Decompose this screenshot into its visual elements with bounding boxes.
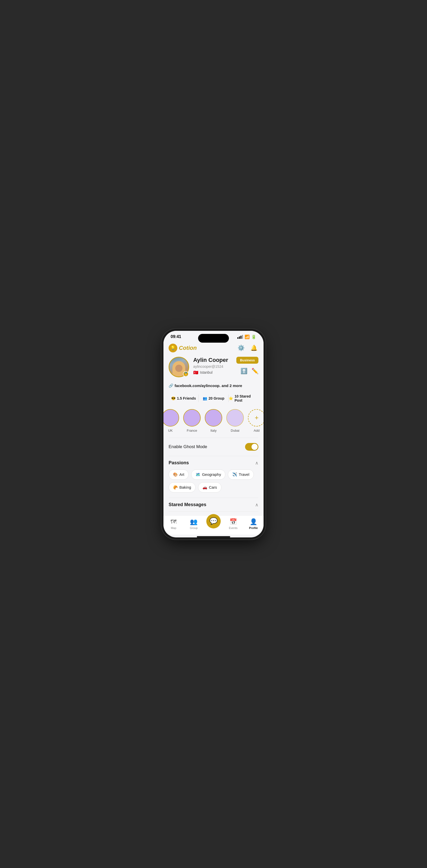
settings-icon: ⚙️ xyxy=(238,345,245,351)
profile-top: 🥇 Aylin Cooper aylincooper@1524 🇹🇷 Istan… xyxy=(169,357,258,377)
passions-header: Passions ∧ xyxy=(163,456,264,469)
stared-icon: ⭐ xyxy=(228,396,233,400)
profile-section: 🥇 Aylin Cooper aylincooper@1524 🇹🇷 Istan… xyxy=(163,354,264,383)
nav-events[interactable]: 📅 Events xyxy=(225,518,241,529)
stats-row: 😎 1.5 Friends 👥 20 Group ⭐ 10 Stared Pos… xyxy=(163,392,264,407)
friend-uk[interactable]: UK xyxy=(163,409,179,432)
friend-label-france: France xyxy=(187,429,197,432)
dynamic-island xyxy=(198,334,229,343)
bottom-nav: 🗺 Map 👥 Group 💬 📅 Events 👤 Profile xyxy=(163,515,264,535)
art-emoji: 🎨 xyxy=(173,472,178,477)
friend-circle-italy xyxy=(205,409,222,427)
baking-emoji: 🥐 xyxy=(173,485,178,490)
toggle-knob xyxy=(251,444,257,450)
friend-label-dubai: Dubai xyxy=(231,429,239,432)
home-indicator xyxy=(197,536,230,537)
logo-icon: 💡 xyxy=(169,344,177,352)
friends-section: UK France Italy Dubai + Add xyxy=(163,407,264,438)
nav-events-label: Events xyxy=(229,526,238,529)
profile-actions: ⬆️ ✏️ xyxy=(240,368,258,374)
add-friend-button[interactable]: + xyxy=(248,409,264,427)
badge-emoji: 🥇 xyxy=(184,372,188,376)
stared-value: 10 Stared Post xyxy=(235,394,258,402)
profile-location: 🇹🇷 Istanbul xyxy=(193,370,228,375)
friend-circle-dubai xyxy=(226,409,244,427)
profile-name: Aylin Cooper xyxy=(193,357,228,364)
header-actions: ⚙️ 🔔 xyxy=(236,343,258,353)
nav-chat-center[interactable]: 💬 xyxy=(206,514,221,528)
profile-handle: aylincooper@1524 xyxy=(193,365,228,369)
location-text: Istanbul xyxy=(200,370,212,374)
geography-label: Geography xyxy=(202,472,221,476)
passion-baking[interactable]: 🥐 Baking xyxy=(169,482,195,493)
logo-text: Cotion xyxy=(179,345,197,351)
profile-info: Aylin Cooper aylincooper@1524 🇹🇷 Istanbu… xyxy=(193,357,258,375)
stared-messages-header: Stared Messages ∧ xyxy=(163,498,264,511)
map-icon: 🗺 xyxy=(171,518,177,525)
avatar-wrapper: 🥇 xyxy=(169,357,189,377)
friends-icon: 😎 xyxy=(171,396,176,400)
nav-profile-label: Profile xyxy=(249,526,257,529)
stared-messages-title: Stared Messages xyxy=(169,502,206,507)
ghost-mode-label: Enable Ghost Mode xyxy=(169,444,207,450)
friend-italy[interactable]: Italy xyxy=(205,409,222,432)
nav-group[interactable]: 👥 Group xyxy=(186,518,202,529)
travel-emoji: ✈️ xyxy=(232,472,237,477)
nav-map[interactable]: 🗺 Map xyxy=(166,518,181,529)
wifi-icon: 📶 xyxy=(245,334,250,339)
logo-area: 💡 Cotion xyxy=(169,344,197,352)
battery-icon: 🔋 xyxy=(251,334,256,339)
stat-group[interactable]: 👥 20 Group xyxy=(199,396,228,400)
friend-dubai[interactable]: Dubai xyxy=(226,409,244,432)
stared-messages-section: Stared Messages ∧ Show Starred Messages … xyxy=(163,498,264,515)
settings-button[interactable]: ⚙️ xyxy=(236,343,246,353)
scroll-content: 💡 Cotion ⚙️ 🔔 🥇 xyxy=(163,341,264,515)
art-label: Art xyxy=(179,472,184,476)
avatar-badge: 🥇 xyxy=(183,371,189,377)
passions-title: Passions xyxy=(169,460,189,466)
travel-label: Travel xyxy=(239,472,249,476)
notification-button[interactable]: 🔔 xyxy=(249,343,258,353)
passions-container: 🎨 Art 🗺️ Geography ✈️ Travel 🥐 Baking 🚗 xyxy=(163,469,264,498)
notification-icon: 🔔 xyxy=(250,345,257,351)
stat-stared[interactable]: ⭐ 10 Stared Post xyxy=(228,394,258,402)
passions-chevron-icon[interactable]: ∧ xyxy=(255,460,258,466)
group-value: 20 Group xyxy=(209,396,224,400)
events-icon: 📅 xyxy=(230,518,237,525)
friend-add[interactable]: + Add xyxy=(248,409,264,432)
status-icons: 📶 🔋 xyxy=(237,334,256,339)
profile-nav-icon: 👤 xyxy=(250,518,257,525)
ghost-mode-toggle[interactable] xyxy=(245,443,258,451)
passion-geography[interactable]: 🗺️ Geography xyxy=(191,469,225,480)
signal-icon xyxy=(237,335,243,339)
friend-label-italy: Italy xyxy=(210,429,217,432)
passions-section: Passions ∧ 🎨 Art 🗺️ Geography ✈️ Travel … xyxy=(163,456,264,498)
friend-label-add: Add xyxy=(253,429,260,432)
stared-messages-chevron-icon[interactable]: ∧ xyxy=(255,502,258,508)
header-nav: 💡 Cotion ⚙️ 🔔 xyxy=(163,341,264,354)
friend-label-uk: UK xyxy=(168,429,173,432)
stat-friends[interactable]: 😎 1.5 Friends xyxy=(169,396,199,400)
phone-frame: 09:41 📶 🔋 💡 Cotion ⚙️ � xyxy=(163,331,264,537)
cars-label: Cars xyxy=(209,485,217,490)
baking-label: Baking xyxy=(179,485,191,490)
share-icon[interactable]: ⬆️ xyxy=(240,368,247,374)
status-time: 09:41 xyxy=(171,334,181,339)
friend-circle-uk xyxy=(163,409,179,427)
cars-emoji: 🚗 xyxy=(203,485,207,490)
passion-cars[interactable]: 🚗 Cars xyxy=(198,482,221,493)
passion-travel[interactable]: ✈️ Travel xyxy=(228,469,253,480)
profile-link[interactable]: 🔗 facebook.com/aylincoop. and 2 more xyxy=(163,383,264,392)
group-icon: 👥 xyxy=(203,396,207,400)
business-badge[interactable]: Business xyxy=(236,357,258,364)
chat-center-icon: 💬 xyxy=(209,517,218,525)
nav-map-label: Map xyxy=(171,526,176,529)
passion-art[interactable]: 🎨 Art xyxy=(169,469,189,480)
friends-value: 1.5 Friends xyxy=(177,396,196,400)
nav-profile[interactable]: 👤 Profile xyxy=(246,518,261,529)
edit-icon[interactable]: ✏️ xyxy=(251,368,258,374)
group-nav-icon: 👥 xyxy=(190,518,197,525)
ghost-mode-row: Enable Ghost Mode xyxy=(163,438,264,456)
friend-circle-france xyxy=(183,409,201,427)
friend-france[interactable]: France xyxy=(183,409,201,432)
